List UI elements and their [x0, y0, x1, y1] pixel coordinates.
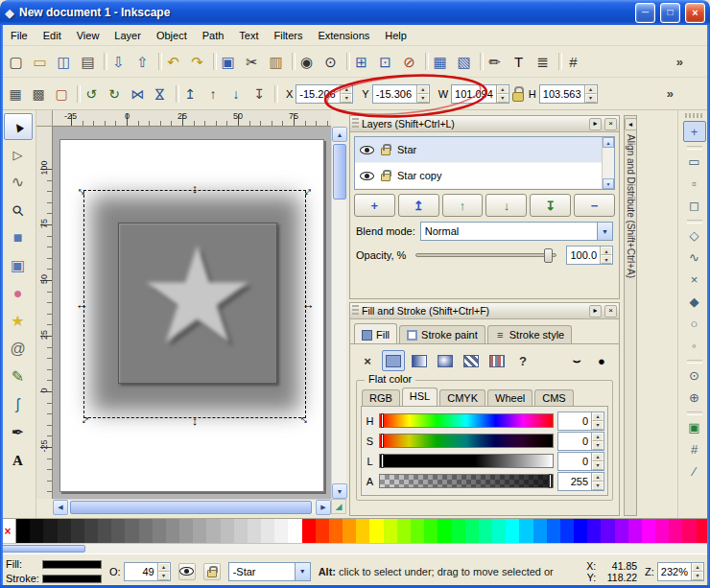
titlebar[interactable]: ◆ New document 1 - Inkscape ─ □ × [0, 0, 710, 25]
palette-swatch[interactable] [628, 519, 642, 543]
spinner-down-icon[interactable]: ▾ [585, 94, 597, 103]
palette-swatch[interactable] [166, 519, 179, 543]
panel-expand-button[interactable]: ◂ [625, 118, 637, 130]
palette-swatch[interactable] [98, 519, 111, 543]
horizontal-ruler[interactable]: -250255075 [53, 110, 331, 127]
layers-panel-titlebar[interactable]: Layers (Shift+Ctrl+L) ▸ × [350, 116, 619, 132]
drag-grip[interactable] [352, 305, 359, 317]
pen-tool[interactable]: ʃ [4, 391, 33, 418]
scroll-down-icon[interactable]: ▼ [603, 178, 614, 189]
unknown-paint-button[interactable]: ? [511, 350, 534, 371]
layer-row[interactable]: Star [355, 137, 614, 163]
print-icon[interactable]: ▤ [76, 50, 100, 74]
palette-swatch[interactable] [302, 519, 316, 543]
snap-bbox-edges-icon[interactable]: ▫ [683, 173, 706, 194]
slider-thumb[interactable] [381, 413, 384, 428]
object-opacity-spinner[interactable]: ▴▾ [157, 563, 170, 580]
palette-swatch[interactable] [153, 519, 166, 543]
slider-value-input[interactable]: 0 [558, 412, 591, 430]
deselect-icon[interactable]: ▢ [50, 82, 73, 106]
tab-stroke-paint[interactable]: Stroke paint [399, 325, 485, 343]
slider-value-input[interactable]: 0 [558, 433, 591, 450]
scroll-down-icon[interactable]: ▼ [332, 483, 347, 499]
lock-ratio-icon[interactable] [512, 86, 524, 101]
tab-rgb[interactable]: RGB [362, 389, 400, 406]
height-spinner[interactable]: ▴▾ [584, 85, 597, 103]
selection-handle-n[interactable]: ↕ [188, 181, 201, 195]
panel-collapse-button[interactable]: ▸ [589, 118, 602, 130]
palette-swatch[interactable] [111, 519, 125, 543]
spinner-up-icon[interactable]: ▴ [592, 433, 604, 441]
scrollbar-thumb[interactable] [333, 144, 346, 200]
palette-swatch[interactable] [452, 519, 465, 543]
spiral-tool[interactable]: @ [4, 336, 33, 363]
spinner-up-icon[interactable]: ▴ [417, 85, 429, 94]
menu-extensions[interactable]: Extensions [310, 25, 377, 45]
palette-swatch[interactable] [221, 519, 234, 543]
no-paint-button[interactable]: × [356, 350, 379, 371]
panel-collapse-button[interactable]: ▸ [589, 305, 602, 318]
menu-view[interactable]: View [69, 25, 107, 45]
slider-thumb[interactable] [381, 454, 384, 468]
palette-swatch[interactable] [479, 519, 492, 543]
current-layer-select[interactable]: -Star ▼ [228, 562, 311, 581]
object-opacity-input[interactable]: 49 [125, 563, 157, 580]
palette-swatch[interactable] [615, 519, 628, 543]
zoom-tool[interactable]: ⚲ [4, 197, 33, 223]
slider-thumb[interactable] [381, 434, 384, 448]
scroll-up-icon[interactable]: ▲ [332, 127, 347, 142]
menu-text[interactable]: Text [231, 25, 266, 45]
scrollbar-thumb[interactable] [1, 545, 85, 553]
align-distribute-collapsed-panel[interactable]: ◂ Align and Distribute (Shift+Ctrl+A) [624, 115, 637, 516]
palette-swatch[interactable] [533, 519, 547, 543]
vertical-ruler[interactable]: 1007550250-25 [36, 127, 53, 499]
panel-close-button[interactable]: × [604, 118, 617, 130]
slider-spinner[interactable]: ▴▾ [591, 453, 604, 470]
palette-swatch[interactable] [397, 519, 411, 543]
drag-grip[interactable] [352, 118, 359, 129]
rotate-cw-icon[interactable]: ↻ [103, 82, 126, 106]
layers-dialog-icon[interactable]: ≣ [531, 50, 555, 74]
tab-cmyk[interactable]: CMYK [439, 389, 485, 406]
toolbar-overflow-button[interactable]: » [676, 55, 683, 69]
menu-file[interactable]: File [3, 25, 36, 45]
no-color-swatch[interactable]: × [0, 519, 16, 543]
slider-value-input[interactable]: 255 [558, 473, 591, 490]
group-icon[interactable]: ▦ [428, 50, 452, 74]
selection-handle-e[interactable]: ↔ [301, 297, 315, 311]
horizontal-scrollbar[interactable]: ◀ ▶ [53, 499, 331, 514]
snap-paths-icon[interactable]: ∿ [683, 247, 706, 268]
maximize-button[interactable]: □ [660, 3, 680, 23]
spinner-up-icon[interactable]: ▴ [158, 563, 170, 572]
palette-swatch[interactable] [669, 519, 682, 543]
palette-swatch[interactable] [16, 519, 30, 543]
palette-swatch[interactable] [356, 519, 369, 543]
spinner-up-icon[interactable]: ▴ [341, 85, 352, 94]
palette-scrollbar[interactable] [0, 543, 710, 553]
scroll-up-icon[interactable]: ▲ [603, 137, 614, 148]
x-spinner[interactable]: ▴▾ [340, 85, 352, 103]
zoom-page-icon[interactable]: ⊙ [319, 50, 343, 74]
tab-hsl[interactable]: HSL [402, 388, 438, 406]
snap-midpoints-icon[interactable]: ◦ [683, 335, 706, 356]
palette-swatch[interactable] [574, 519, 587, 543]
toggle-snapping-icon[interactable]: + [683, 121, 706, 142]
fill-rule-nonzero-button[interactable]: ● [590, 350, 613, 371]
cut-icon[interactable]: ✂ [240, 50, 264, 74]
panel-close-button[interactable]: × [604, 305, 617, 318]
unlink-clone-icon[interactable]: ⊘ [397, 50, 421, 74]
lower-layer-button[interactable]: ↓ [485, 194, 527, 217]
spinner-down-icon[interactable]: ▾ [158, 572, 170, 580]
layers-list-scrollbar[interactable]: ▲ ▼ [602, 137, 614, 189]
ruler-corner[interactable] [36, 110, 53, 127]
pencil-tool[interactable]: ✎ [4, 364, 33, 390]
select-all-layers-icon[interactable]: ▩ [27, 82, 50, 106]
palette-swatch[interactable] [519, 519, 532, 543]
slider-track[interactable] [379, 454, 554, 468]
delete-layer-button[interactable]: − [574, 194, 615, 217]
layer-visibility-icon[interactable] [360, 146, 374, 154]
scroll-right-icon[interactable]: ▶ [316, 500, 331, 515]
slider-thumb[interactable] [549, 474, 552, 488]
palette-swatch[interactable] [179, 519, 193, 543]
palette-swatch[interactable] [248, 519, 261, 543]
